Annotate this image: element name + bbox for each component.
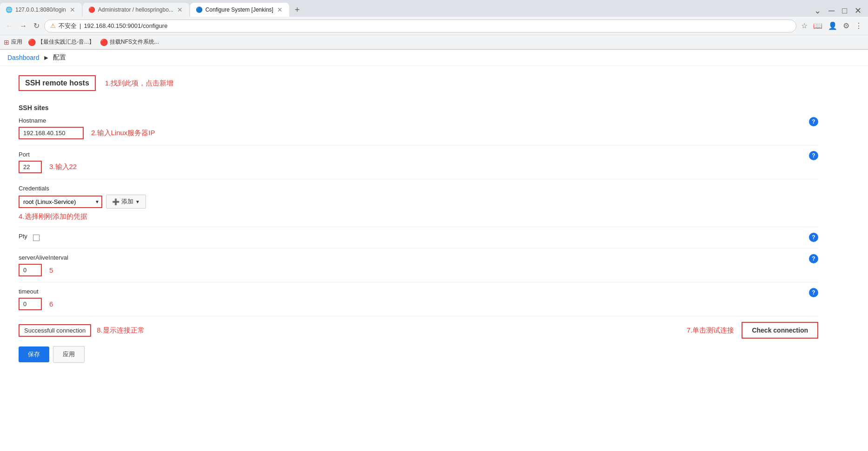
forward-button[interactable]: → [18, 20, 29, 32]
hostname-field-inner: Hostname 2.输入Linux服务器IP [19, 117, 804, 139]
check-connection-label: Check connection [752, 327, 808, 334]
reload-button[interactable]: ↻ [32, 20, 41, 32]
tab-1-favicon: 🌐 [6, 7, 13, 13]
ssh-sites-label: SSH sites [19, 100, 818, 117]
check-connection-button[interactable]: Check connection [742, 322, 818, 339]
ssh-remote-header: SSH remote hosts 1.找到此项，点击新增 [19, 75, 818, 91]
tab-3-favicon: 🔵 [196, 7, 203, 13]
page: Dashboard ► 配置 SSH remote hosts 1.找到此项，点… [0, 50, 868, 372]
pty-field-inner: Pty [19, 233, 804, 242]
tab-bar: 🌐 127.0.0.1:8080/login ✕ 🔴 Administrator… [0, 0, 868, 17]
credentials-select-wrapper: root (Linux-Service) ▼ [19, 196, 102, 208]
success-area: Successfull connection 8.显示连接正常 [19, 324, 145, 337]
tab-2[interactable]: 🔴 Administrator / hellospringbo... ✕ [83, 3, 189, 17]
profile-icon[interactable]: 👤 [826, 20, 839, 31]
annotation-4: 4.选择刚刚添加的凭据 [19, 212, 804, 221]
bookmark-best-practices-label: 【最佳实践汇总-音...】 [38, 38, 94, 46]
ssh-remote-title-box: SSH remote hosts [19, 75, 96, 91]
breadcrumb-home[interactable]: Dashboard [7, 54, 40, 61]
add-credentials-button[interactable]: ➕ 添加 ▼ [106, 195, 146, 209]
security-label: 不安全 [59, 22, 77, 30]
hostname-input-row: 2.输入Linux服务器IP [19, 127, 804, 139]
annotation-2: 2.输入Linux服务器IP [91, 129, 155, 137]
credentials-select[interactable]: root (Linux-Service) [19, 196, 102, 208]
pty-row: Pty [19, 233, 804, 242]
add-dropdown-arrow: ▼ [135, 199, 140, 204]
url-separator: | [80, 22, 81, 29]
save-button[interactable]: 保存 [19, 346, 49, 362]
bookmark-best-practices[interactable]: 🔴 【最佳实践汇总-音...】 [28, 38, 94, 46]
back-button[interactable]: ← [4, 20, 15, 32]
hostname-help-icon[interactable]: ? [809, 117, 818, 126]
hostname-input[interactable] [19, 127, 84, 139]
extensions-icon[interactable]: ⚙ [841, 20, 851, 31]
pty-checkbox[interactable] [33, 235, 40, 241]
bookmarks-bar: ⊞ 应用 🔴 【最佳实践汇总-音...】 🔴 挂载NFS文件系统... [0, 35, 868, 49]
close-window-icon[interactable]: ✕ [852, 5, 864, 17]
annotation-8: 8.显示连接正常 [97, 326, 145, 335]
tab-3[interactable]: 🔵 Configure System [Jenkins] ✕ [190, 3, 289, 17]
browser-chrome: 🌐 127.0.0.1:8080/login ✕ 🔴 Administrator… [0, 0, 868, 50]
annotation-6: 6 [49, 300, 53, 308]
annotation-7: 7.单击测试连接 [687, 326, 735, 335]
port-input[interactable] [19, 161, 42, 173]
timeout-label: timeout [19, 288, 804, 295]
port-field-inner: Port 3.输入22 [19, 151, 804, 173]
address-icons: ☆ 📖 👤 ⚙ ⋮ [799, 20, 864, 31]
timeout-input-row: 6 [19, 298, 804, 310]
ssh-remote-title: SSH remote hosts [25, 79, 89, 87]
tab-1[interactable]: 🌐 127.0.0.1:8080/login ✕ [0, 3, 82, 17]
server-alive-field-inner: serverAliveInterval 5 [19, 254, 804, 276]
breadcrumb-separator: ► [43, 54, 50, 61]
url-box[interactable]: ⚠ 不安全 | 192.168.40.150:9001/configure [44, 20, 796, 33]
hostname-help: ? [809, 117, 818, 126]
credentials-field-group: Credentials root (Linux-Service) ▼ ➕ 添加 … [19, 185, 818, 221]
bottom-buttons: 保存 应用 [19, 346, 818, 363]
huawei-icon-2: 🔴 [100, 39, 108, 46]
reading-mode-icon[interactable]: 📖 [811, 20, 824, 31]
success-message: Successfull connection [24, 327, 86, 334]
hostname-field-group: Hostname 2.输入Linux服务器IP ? [19, 117, 818, 139]
pty-label: Pty [19, 233, 27, 240]
annotation-5: 5 [49, 266, 53, 274]
timeout-field-inner: timeout 6 [19, 288, 804, 310]
timeout-input[interactable] [19, 298, 42, 310]
bookmark-star-icon[interactable]: ☆ [799, 20, 809, 31]
check-connection-area: 7.单击测试连接 Check connection [687, 322, 818, 339]
server-alive-help-icon[interactable]: ? [809, 254, 818, 263]
tab-list-icon[interactable]: ⌄ [811, 5, 824, 17]
minimize-icon[interactable]: ─ [826, 5, 837, 17]
server-alive-input-row: 5 [19, 264, 804, 276]
add-button-label: 添加 [121, 197, 133, 206]
tab-2-favicon: 🔴 [88, 7, 95, 13]
breadcrumb-current: 配置 [53, 53, 66, 62]
port-help-icon[interactable]: ? [809, 151, 818, 160]
huawei-icon-1: 🔴 [28, 39, 36, 46]
address-bar: ← → ↻ ⚠ 不安全 | 192.168.40.150:9001/config… [0, 17, 868, 35]
server-alive-label: serverAliveInterval [19, 254, 804, 261]
apps-icon: ⊞ [4, 39, 9, 46]
new-tab-button[interactable]: + [290, 3, 305, 17]
maximize-icon[interactable]: □ [839, 5, 850, 17]
server-alive-field-group: serverAliveInterval 5 ? [19, 254, 818, 276]
tab-1-label: 127.0.0.1:8080/login [15, 7, 66, 13]
bookmark-apps-label: 应用 [11, 38, 22, 46]
tab-extras: ⌄ ─ □ ✕ [811, 5, 868, 17]
tab-1-close[interactable]: ✕ [69, 6, 76, 13]
apply-label: 应用 [63, 351, 75, 358]
bookmark-nfs[interactable]: 🔴 挂载NFS文件系统... [100, 38, 159, 46]
pty-field-group: Pty ? [19, 233, 818, 242]
add-icon: ➕ [112, 198, 119, 205]
credentials-field-inner: Credentials root (Linux-Service) ▼ ➕ 添加 … [19, 185, 804, 221]
server-alive-input[interactable] [19, 264, 42, 276]
pty-help: ? [809, 233, 818, 242]
pty-help-icon[interactable]: ? [809, 233, 818, 242]
tab-2-close[interactable]: ✕ [176, 6, 184, 13]
server-alive-help: ? [809, 254, 818, 263]
port-input-row: 3.输入22 [19, 161, 804, 173]
tab-3-close[interactable]: ✕ [276, 6, 284, 13]
apply-button[interactable]: 应用 [53, 346, 85, 363]
timeout-help-icon[interactable]: ? [809, 288, 818, 297]
menu-icon[interactable]: ⋮ [853, 20, 864, 31]
bookmark-apps[interactable]: ⊞ 应用 [4, 38, 22, 46]
